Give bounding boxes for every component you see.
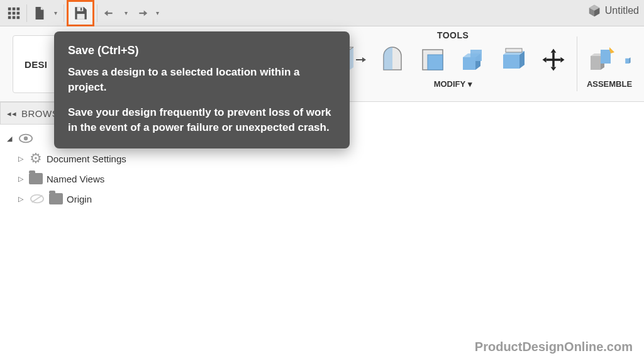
folder-icon	[49, 193, 63, 204]
svg-rect-1	[13, 7, 16, 10]
tree-label: Named Views	[47, 174, 104, 184]
modify-tool-2[interactable]	[374, 42, 411, 78]
visibility-icon[interactable]	[18, 131, 34, 145]
save-button[interactable]	[67, 0, 94, 26]
modify-tool-4[interactable]	[455, 42, 491, 78]
folder-icon	[29, 173, 43, 184]
new-file-icon[interactable]	[30, 3, 50, 23]
tooltip-title: Save (Ctrl+S)	[68, 43, 336, 59]
separator	[97, 4, 97, 22]
modify-tool-5[interactable]	[495, 42, 531, 78]
svg-rect-3	[8, 11, 11, 14]
svg-point-18	[24, 137, 28, 140]
tree-row-named-views[interactable]: ▷ Named Views	[5, 169, 186, 189]
svg-rect-6	[8, 16, 11, 19]
visibility-hidden-icon[interactable]	[29, 192, 45, 206]
document-title: Untitled	[605, 5, 639, 16]
tree-row-document-settings[interactable]: ▷ ⚙ Document Settings	[5, 148, 186, 169]
svg-rect-16	[547, 59, 561, 61]
tree-label: Origin	[67, 194, 92, 204]
svg-rect-0	[8, 7, 11, 10]
assemble-spacer	[608, 30, 611, 40]
separator	[26, 4, 27, 22]
assemble-tool-2[interactable]	[624, 42, 635, 78]
app-grid-icon[interactable]	[4, 3, 24, 23]
tree-row-origin[interactable]: ▷ Origin	[5, 189, 186, 209]
tools-group-label: TOOLS	[437, 30, 469, 40]
tooltip-line1: Saves a design to a selected location wi…	[68, 65, 336, 95]
browser-title: BROWS	[21, 108, 58, 119]
expand-icon[interactable]: ◢	[5, 135, 14, 143]
separator	[64, 4, 64, 22]
redo-icon[interactable]	[131, 3, 152, 23]
assemble-group: ASSEMBLE	[584, 26, 635, 101]
tooltip-line2: Save your design frequently to prevent l…	[68, 105, 336, 135]
move-tool[interactable]	[535, 42, 572, 78]
svg-rect-10	[77, 14, 85, 20]
undo-icon[interactable]	[100, 3, 120, 23]
new-file-dropdown[interactable]: ▾	[50, 3, 61, 23]
svg-rect-4	[13, 11, 16, 14]
expand-icon[interactable]: ▷	[16, 155, 25, 163]
svg-rect-11	[80, 8, 82, 10]
cube-icon	[587, 4, 601, 18]
expand-icon[interactable]: ▷	[16, 175, 25, 183]
gear-icon: ⚙	[29, 150, 43, 167]
tree-label: Document Settings	[47, 154, 126, 164]
workspace-label: DESI	[25, 59, 47, 70]
undo-dropdown[interactable]: ▾	[120, 3, 131, 23]
svg-rect-8	[17, 16, 20, 19]
document-tab[interactable]: Untitled	[587, 4, 639, 18]
tools-group: TOOLS MODIFY ▾	[334, 26, 572, 101]
svg-rect-5	[17, 11, 20, 14]
svg-line-20	[32, 196, 43, 203]
assemble-label: ASSEMBLE	[587, 79, 632, 89]
svg-rect-7	[13, 16, 16, 19]
collapse-icon[interactable]: ◂◂	[7, 109, 16, 118]
workspace-switcher[interactable]: DESI	[13, 35, 59, 93]
ribbon-separator	[577, 36, 577, 91]
svg-rect-2	[17, 7, 20, 10]
watermark: ProductDesignOnline.com	[475, 340, 633, 354]
svg-rect-9	[77, 7, 84, 11]
redo-dropdown[interactable]: ▾	[152, 3, 163, 23]
svg-rect-14	[506, 48, 522, 52]
expand-icon[interactable]: ▷	[16, 195, 25, 203]
svg-rect-13	[428, 55, 443, 70]
assemble-tool-1[interactable]	[584, 42, 620, 78]
modify-tool-3[interactable]	[414, 42, 451, 78]
modify-dropdown[interactable]: MODIFY ▾	[434, 79, 472, 89]
quick-access-toolbar: ▾ ▾ ▾ Untitled	[0, 0, 644, 26]
save-tooltip: Save (Ctrl+S) Saves a design to a select…	[54, 31, 350, 148]
